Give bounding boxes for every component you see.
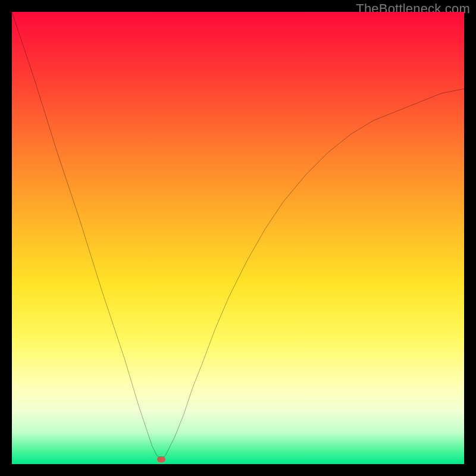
plot-area — [12, 12, 464, 464]
bottleneck-curve — [12, 12, 464, 459]
chart-container: TheBottleneck.com — [0, 0, 476, 476]
optimal-point-marker — [157, 456, 165, 462]
curve-svg — [12, 12, 464, 464]
